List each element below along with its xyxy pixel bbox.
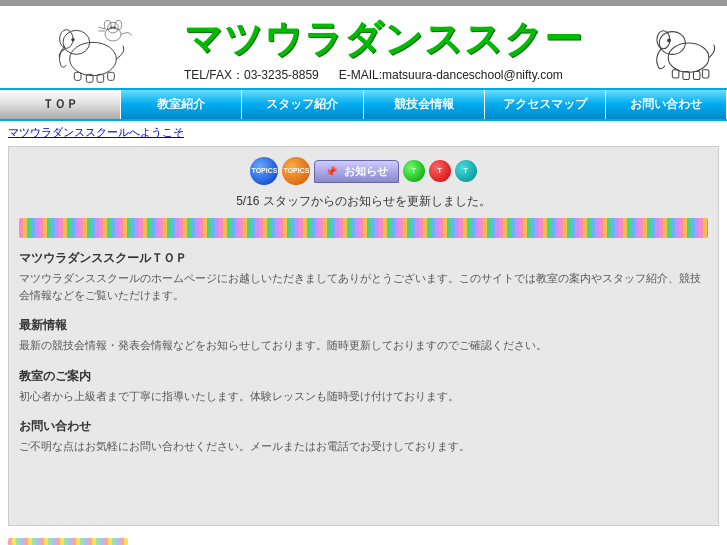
navbar: ＴＯＰ 教室紹介 スタッフ紹介 競技会情報 アクセスマップ お問い合わせ	[0, 88, 727, 121]
topics-ball-2: TOPICS	[282, 157, 310, 185]
footer-area	[0, 534, 727, 545]
oshirase-label: お知らせ	[344, 165, 388, 177]
svg-rect-7	[108, 72, 115, 80]
topics-ball-5: T	[455, 160, 477, 182]
nav-top[interactable]: ＴＯＰ	[0, 90, 121, 119]
section-title-news: 最新情報	[19, 317, 708, 334]
section-class: 教室のご案内 初心者から上級者まで丁寧に指導いたします。体験レッスンも随時受け付…	[19, 368, 708, 405]
topics-ball-1: TOPICS	[250, 157, 278, 185]
section-body-news: 最新の競技会情報・発表会情報などをお知らせしております。随時更新しておりますので…	[19, 337, 708, 354]
svg-point-12	[111, 27, 113, 29]
email-text: E-MAIL:matsuura-danceschool@nifty.com	[339, 68, 563, 82]
svg-line-14	[98, 27, 105, 29]
svg-point-0	[70, 42, 117, 75]
nav-kyoshitsu[interactable]: 教室紹介	[121, 90, 242, 119]
section-body-welcome: マツウラダンススクールのホームページにお越しいただきましてありがとうございます。…	[19, 270, 708, 303]
svg-rect-22	[693, 71, 700, 79]
sections-container: マツウラダンススクールＴＯＰ マツウラダンススクールのホームページにお越しいただ…	[19, 250, 708, 455]
topics-ball-4: T	[429, 160, 451, 182]
oshirase-tab[interactable]: お知らせ	[314, 160, 398, 183]
nav-staff[interactable]: スタッフ紹介	[242, 90, 363, 119]
svg-point-2	[60, 30, 73, 49]
topics-row: TOPICS TOPICS お知らせ T T T	[19, 157, 708, 185]
section-news: 最新情報 最新の競技会情報・発表会情報などをお知らせしております。随時更新してお…	[19, 317, 708, 354]
section-body-class: 初心者から上級者まで丁寧に指導いたします。体験レッスンも随時受け付けております。	[19, 388, 708, 405]
section-welcome: マツウラダンススクールＴＯＰ マツウラダンススクールのホームページにお越しいただ…	[19, 250, 708, 303]
svg-point-16	[668, 43, 709, 72]
section-contact: お問い合わせ ご不明な点はお気軽にお問い合わせください。メールまたはお電話でお受…	[19, 418, 708, 455]
breadcrumb-text: マツウラダンススクールへようこそ	[8, 126, 184, 138]
section-title-welcome: マツウラダンススクールＴＯＰ	[19, 250, 708, 267]
tel-email-line: TEL/FAX：03-3235-8859 E-MAIL:matsuura-dan…	[184, 67, 649, 84]
footer-deco	[8, 538, 128, 545]
page-outer: マツウラダンススクー TEL/FAX：03-3235-8859 E-MAIL:m…	[0, 0, 727, 545]
svg-rect-23	[702, 69, 709, 77]
svg-point-17	[659, 31, 685, 54]
right-animal-area	[649, 17, 719, 82]
section-title-class: 教室のご案内	[19, 368, 708, 385]
topics-ball-3: T	[403, 160, 425, 182]
news-date-line: 5/16 スタッフからのお知らせを更新しました。	[19, 193, 708, 210]
breadcrumb[interactable]: マツウラダンススクールへようこそ	[0, 121, 727, 144]
main-content-area: TOPICS TOPICS お知らせ T T T 5/16 スタッフからのお知ら…	[8, 146, 719, 526]
section-title-contact: お問い合わせ	[19, 418, 708, 435]
tel-text: TEL/FAX：03-3235-8859	[184, 68, 319, 82]
right-elephant-decoration	[652, 17, 717, 82]
section-body-contact: ご不明な点はお気軽にお問い合わせください。メールまたはお電話でお受けしております…	[19, 438, 708, 455]
site-title: マツウラダンススクー	[184, 14, 649, 65]
svg-rect-20	[672, 69, 679, 77]
title-contact-area: マツウラダンススクー TEL/FAX：03-3235-8859 E-MAIL:m…	[178, 14, 649, 84]
nav-contact[interactable]: お問い合わせ	[606, 90, 727, 119]
logo-area	[8, 14, 178, 84]
svg-point-1	[63, 30, 90, 54]
svg-rect-4	[74, 72, 81, 80]
nav-access[interactable]: アクセスマップ	[485, 90, 606, 119]
svg-point-3	[72, 38, 75, 41]
header: マツウラダンススクー TEL/FAX：03-3235-8859 E-MAIL:m…	[0, 6, 727, 88]
svg-point-19	[667, 39, 670, 42]
nav-kyogi[interactable]: 競技会情報	[364, 90, 485, 119]
svg-point-13	[113, 27, 115, 29]
elephant-decoration	[53, 14, 133, 84]
decorative-line	[19, 218, 708, 238]
news-date-text: 5/16 スタッフからのお知らせを更新しました。	[236, 194, 491, 208]
